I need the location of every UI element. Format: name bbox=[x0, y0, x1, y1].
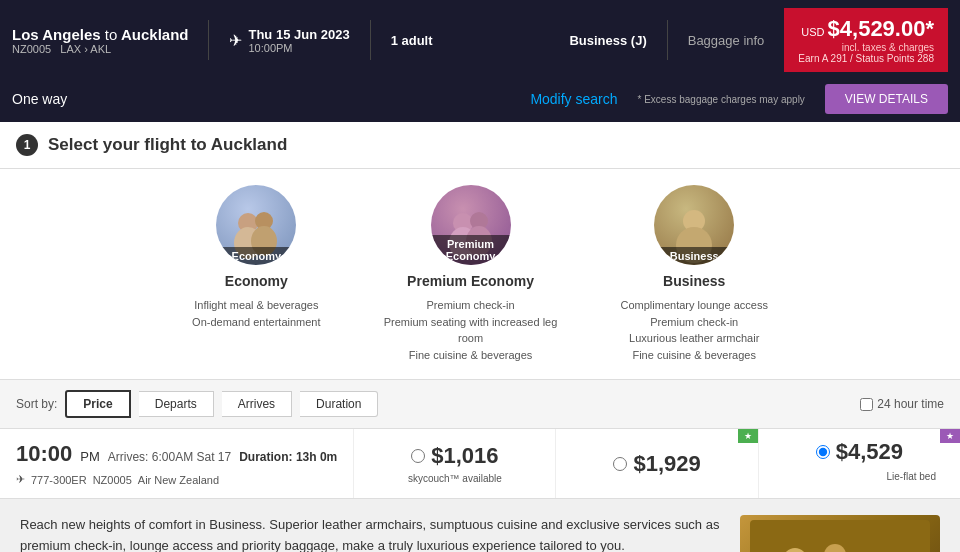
skycouch-label: skycouch™ available bbox=[408, 473, 502, 484]
economy-avatar: Economy bbox=[216, 185, 296, 265]
business-avatar: Business bbox=[654, 185, 734, 265]
premium-economy-label: Premium Economy bbox=[431, 235, 511, 265]
code-from: LAX bbox=[60, 43, 81, 55]
price-box: USD $4,529.00* incl. taxes & charges Ear… bbox=[784, 8, 948, 72]
sort-departs-button[interactable]: Departs bbox=[139, 391, 214, 417]
step-number: 1 bbox=[16, 134, 38, 156]
premium-economy-feature-1: Premium check-in bbox=[381, 297, 561, 314]
business-image bbox=[740, 515, 940, 552]
route-main: Los Angeles to Auckland bbox=[12, 26, 188, 43]
modify-search-link[interactable]: Modify search bbox=[530, 91, 617, 107]
divider-3 bbox=[667, 20, 668, 60]
premium-economy-features: Premium check-in Premium seating with in… bbox=[381, 297, 561, 363]
economy-label: Economy bbox=[216, 247, 296, 265]
24hour-checkbox[interactable] bbox=[860, 398, 873, 411]
desc-text-area: Reach new heights of comfort in Business… bbox=[20, 515, 720, 552]
divider-1 bbox=[208, 20, 209, 60]
sort-price-button[interactable]: Price bbox=[65, 390, 130, 418]
premium-economy-class-name: Premium Economy bbox=[407, 273, 534, 289]
economy-radio-price[interactable]: $1,016 bbox=[411, 443, 498, 469]
flight-row: 10:00 PM Arrives: 6:00AM Sat 17 Duration… bbox=[0, 429, 960, 499]
flight-time: 10:00PM bbox=[248, 42, 349, 54]
business-radio-price[interactable]: $4,529 bbox=[816, 439, 903, 465]
one-way-label: One way bbox=[12, 91, 67, 107]
code-to: AKL bbox=[90, 43, 111, 55]
business-features: Complimentary lounge access Premium chec… bbox=[621, 297, 768, 363]
economy-price-col: $1,016 skycouch™ available bbox=[354, 429, 556, 498]
24hour-label: 24 hour time bbox=[877, 397, 944, 411]
fare-option-premium-economy[interactable]: Premium Economy Premium Economy Premium … bbox=[381, 185, 561, 363]
flight-number-detail: NZ0005 bbox=[93, 474, 132, 486]
route-codes: NZ0005 LAX › AKL bbox=[12, 43, 188, 55]
sort-label: Sort by: bbox=[16, 397, 57, 411]
price-earn: Earn A 291 / Status Points 288 bbox=[798, 53, 934, 64]
premium-radio-price[interactable]: $1,929 bbox=[613, 451, 700, 477]
premium-economy-avatar: Premium Economy bbox=[431, 185, 511, 265]
sort-bar: Sort by: Price Departs Arrives Duration … bbox=[0, 380, 960, 429]
premium-economy-radio[interactable] bbox=[613, 457, 627, 471]
promo-tag-premium: ★ bbox=[738, 429, 758, 443]
flight-times: 10:00 PM Arrives: 6:00AM Sat 17 Duration… bbox=[16, 441, 337, 467]
aircraft-icon: ✈ bbox=[16, 473, 25, 486]
step-header: 1 Select your flight to Auckland bbox=[0, 122, 960, 169]
aircraft-type: 777-300ER bbox=[31, 474, 87, 486]
divider-2 bbox=[370, 20, 371, 60]
premium-price-wrapper: $1,929 bbox=[613, 451, 700, 477]
business-description: Reach new heights of comfort in Business… bbox=[0, 499, 960, 552]
fare-option-economy[interactable]: Economy Economy Inflight meal & beverage… bbox=[192, 185, 320, 363]
arrives-day: Sat 17 bbox=[197, 450, 232, 464]
view-details-button[interactable]: VIEW DETAILS bbox=[825, 84, 948, 114]
business-feature-4: Fine cuisine & beverages bbox=[621, 347, 768, 364]
destination-city: Auckland bbox=[121, 26, 189, 43]
sort-duration-button[interactable]: Duration bbox=[300, 391, 378, 417]
premium-economy-feature-2: Premium seating with increased leg room bbox=[381, 314, 561, 347]
duration-value: 13h 0m bbox=[296, 450, 337, 464]
main-header: Los Angeles to Auckland NZ0005 LAX › AKL… bbox=[0, 0, 960, 80]
currency: USD bbox=[801, 26, 824, 38]
promo-tag-business: ★ bbox=[940, 429, 960, 443]
passengers-info: 1 adult bbox=[391, 33, 433, 48]
currency-label: USD $4,529.00* bbox=[801, 16, 934, 42]
economy-feature-1: Inflight meal & beverages bbox=[192, 297, 320, 314]
route-info: Los Angeles to Auckland NZ0005 LAX › AKL bbox=[12, 26, 188, 55]
business-feature-1: Complimentary lounge access bbox=[621, 297, 768, 314]
economy-features: Inflight meal & beverages On-demand ente… bbox=[192, 297, 320, 330]
airline-name: Air New Zealand bbox=[138, 474, 219, 486]
business-class-name: Business bbox=[663, 273, 725, 289]
lie-flat-label: Lie-flat bed bbox=[879, 467, 944, 486]
premium-economy-feature-3: Fine cuisine & beverages bbox=[381, 347, 561, 364]
flight-date: Thu 15 Jun 2023 bbox=[248, 27, 349, 42]
economy-class-name: Economy bbox=[225, 273, 288, 289]
business-radio[interactable] bbox=[816, 445, 830, 459]
depart-ampm: PM bbox=[80, 449, 100, 464]
price-value: $4,529.00* bbox=[828, 16, 934, 41]
business-label: Business bbox=[654, 247, 734, 265]
fare-class-selector: Economy Economy Inflight meal & beverage… bbox=[0, 169, 960, 380]
sub-header: One way Modify search * Excess baggage c… bbox=[0, 80, 960, 122]
excess-baggage-note: * Excess baggage charges may apply bbox=[638, 94, 805, 105]
arrives-info: Arrives: 6:00AM Sat 17 bbox=[108, 450, 231, 464]
arrives-time: 6:00AM bbox=[152, 450, 193, 464]
flight-info-panel: 10:00 PM Arrives: 6:00AM Sat 17 Duration… bbox=[0, 429, 354, 498]
business-feature-2: Premium check-in bbox=[621, 314, 768, 331]
baggage-info-link[interactable]: Baggage info bbox=[688, 33, 765, 48]
flight-details: ✈ 777-300ER NZ0005 Air New Zealand bbox=[16, 473, 337, 486]
duration-info: Duration: 13h 0m bbox=[239, 450, 337, 464]
origin-city: Los Angeles bbox=[12, 26, 101, 43]
fare-option-business[interactable]: Business Business Complimentary lounge a… bbox=[621, 185, 768, 363]
cabin-class: Business (J) bbox=[569, 33, 646, 48]
price-taxes: incl. taxes & charges bbox=[842, 42, 934, 53]
business-cabin-image bbox=[740, 515, 940, 552]
premium-economy-price-col: ★ $1,929 bbox=[556, 429, 758, 498]
business-price-wrapper: $4,529 bbox=[775, 437, 944, 467]
plane-icon: ✈ bbox=[229, 31, 242, 50]
date-info: Thu 15 Jun 2023 10:00PM bbox=[248, 27, 349, 54]
arrives-label: Arrives: bbox=[108, 450, 149, 464]
duration-label: Duration: bbox=[239, 450, 292, 464]
sort-arrives-button[interactable]: Arrives bbox=[222, 391, 292, 417]
business-price-col: ★ $4,529 Lie-flat bed bbox=[759, 429, 960, 498]
date-section: ✈ Thu 15 Jun 2023 10:00PM bbox=[229, 27, 349, 54]
business-price: $4,529 bbox=[836, 439, 903, 465]
economy-feature-2: On-demand entertainment bbox=[192, 314, 320, 331]
economy-radio[interactable] bbox=[411, 449, 425, 463]
